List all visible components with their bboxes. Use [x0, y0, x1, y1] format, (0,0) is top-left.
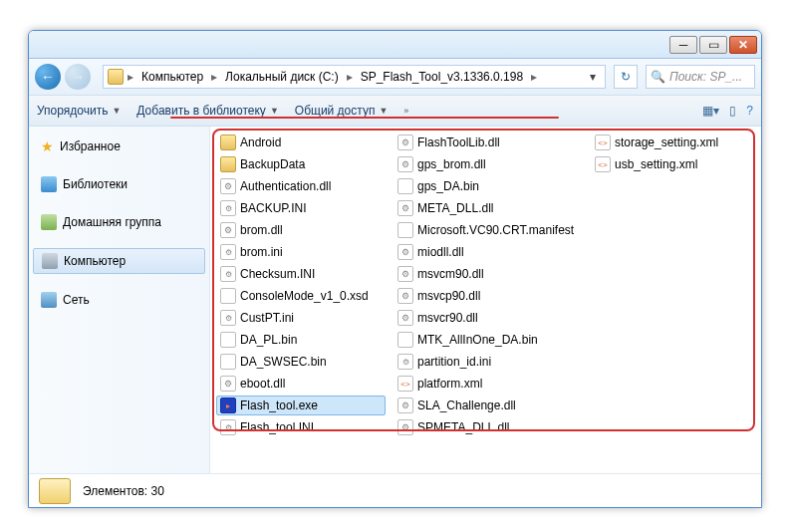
file-item[interactable]: Android — [216, 133, 386, 152]
file-item[interactable]: msvcr90.dll — [394, 308, 583, 328]
binic-icon — [220, 354, 236, 370]
file-item[interactable]: ConsoleMode_v1_0.xsd — [216, 286, 386, 306]
binic-icon — [220, 332, 236, 348]
file-item[interactable]: BackupData — [216, 154, 386, 174]
dll-icon — [397, 398, 413, 413]
dll-icon — [397, 310, 413, 326]
file-item[interactable]: Flash_tool.exe — [216, 396, 386, 415]
file-item[interactable]: brom.dll — [216, 220, 386, 240]
binic-icon — [397, 178, 413, 194]
file-item[interactable]: msvcp90.dll — [394, 286, 583, 306]
organize-button[interactable]: Упорядочить▼ — [37, 104, 121, 118]
dll-icon — [397, 244, 413, 260]
dll-icon — [397, 266, 413, 282]
sidebar-favorites[interactable]: ★Избранное — [33, 134, 205, 158]
breadcrumb-drive[interactable]: Локальный диск (C:) — [221, 70, 343, 84]
file-item[interactable]: msvcm90.dll — [394, 264, 583, 284]
file-name: ConsoleMode_v1_0.xsd — [240, 289, 369, 303]
library-icon — [41, 176, 57, 192]
file-item[interactable]: META_DLL.dll — [394, 198, 583, 218]
file-name: brom.dll — [240, 223, 283, 237]
sidebar-network[interactable]: Сеть — [33, 288, 205, 312]
sidebar-homegroup[interactable]: Домашняя группа — [33, 210, 205, 234]
file-name: DA_PL.bin — [240, 333, 297, 347]
breadcrumb-computer[interactable]: Компьютер — [137, 70, 207, 84]
share-button[interactable]: Общий доступ▼ — [295, 104, 389, 118]
file-name: CustPT.ini — [240, 311, 294, 325]
file-name: Checksum.INI — [240, 267, 315, 281]
file-item[interactable]: MTK_AllInOne_DA.bin — [394, 330, 583, 350]
refresh-button[interactable]: ↻ — [614, 65, 638, 89]
file-item[interactable]: gps_DA.bin — [394, 176, 583, 196]
file-name: BACKUP.INI — [240, 201, 306, 215]
forward-button[interactable]: → — [65, 64, 91, 90]
file-item[interactable]: Checksum.INI — [216, 264, 386, 284]
file-name: Flash_tool.INI — [240, 420, 314, 434]
back-button[interactable]: ← — [35, 64, 61, 90]
sidebar-libraries[interactable]: Библиотеки — [33, 172, 205, 196]
iniic-icon — [220, 200, 236, 216]
file-name: partition_id.ini — [417, 355, 491, 369]
sidebar-computer[interactable]: Компьютер — [33, 248, 205, 274]
add-library-button[interactable]: Добавить в библиотеку▼ — [136, 104, 278, 118]
main-area: ★Избранное Библиотеки Домашняя группа Ко… — [29, 127, 761, 473]
chevron-right-icon[interactable]: ▸ — [345, 70, 355, 84]
folder-icon — [220, 156, 236, 172]
file-pane[interactable]: AndroidBackupDataAuthentication.dllBACKU… — [210, 127, 761, 473]
maximize-button[interactable]: ▭ — [699, 36, 727, 54]
binic-icon — [397, 332, 413, 348]
file-name: Authentication.dll — [240, 179, 331, 193]
file-item[interactable]: eboot.dll — [216, 374, 386, 394]
view-button[interactable]: ▦▾ — [702, 104, 719, 118]
file-item[interactable]: Flash_tool.INI — [216, 417, 386, 437]
iniic-icon — [220, 244, 236, 260]
file-item[interactable]: SPMETA_DLL.dll — [394, 417, 583, 437]
minimize-button[interactable]: ─ — [669, 36, 697, 54]
dll-icon — [397, 419, 413, 435]
file-item[interactable]: Microsoft.VC90.CRT.manifest — [394, 220, 583, 240]
file-name: eboot.dll — [240, 377, 285, 391]
file-item[interactable]: brom.ini — [216, 242, 386, 262]
file-name: FlashToolLib.dll — [417, 135, 500, 149]
navbar: ← → ▸ Компьютер ▸ Локальный диск (C:) ▸ … — [29, 59, 761, 95]
toolbar-chevron[interactable]: » — [403, 106, 408, 116]
search-icon: 🔍 — [651, 70, 665, 84]
xsdic-icon — [220, 288, 236, 304]
chevron-right-icon[interactable]: ▸ — [209, 70, 219, 84]
file-item[interactable]: FlashToolLib.dll — [394, 133, 583, 152]
close-button[interactable]: ✕ — [729, 36, 757, 54]
file-name: gps_DA.bin — [417, 179, 479, 193]
dll-icon — [220, 178, 236, 194]
file-column: FlashToolLib.dllgps_brom.dllgps_DA.binME… — [394, 133, 583, 437]
search-input[interactable]: 🔍 Поиск: SP_... — [646, 65, 755, 89]
file-item[interactable]: partition_id.ini — [394, 352, 583, 372]
file-item[interactable]: gps_brom.dll — [394, 154, 583, 174]
file-item[interactable]: platform.xml — [394, 374, 583, 394]
file-name: brom.ini — [240, 245, 283, 259]
file-item[interactable]: DA_PL.bin — [216, 330, 386, 350]
chevron-right-icon[interactable]: ▸ — [529, 70, 539, 84]
homegroup-icon — [41, 214, 57, 230]
chevron-down-icon: ▼ — [270, 106, 279, 116]
file-item[interactable]: usb_setting.xml — [591, 154, 750, 174]
file-name: DA_SWSEC.bin — [240, 355, 327, 369]
dll-icon — [397, 288, 413, 304]
help-button[interactable]: ? — [746, 104, 753, 118]
file-name: META_DLL.dll — [417, 201, 493, 215]
iniic-icon — [220, 310, 236, 326]
breadcrumb-folder[interactable]: SP_Flash_Tool_v3.1336.0.198 — [357, 70, 527, 84]
file-item[interactable]: miodll.dll — [394, 242, 583, 262]
file-item[interactable]: BACKUP.INI — [216, 198, 386, 218]
file-item[interactable]: storage_setting.xml — [591, 133, 750, 152]
file-item[interactable]: DA_SWSEC.bin — [216, 352, 386, 372]
file-item[interactable]: SLA_Challenge.dll — [394, 396, 583, 415]
breadcrumb-dropdown[interactable]: ▾ — [585, 70, 601, 84]
file-item[interactable]: CustPT.ini — [216, 308, 386, 328]
file-item[interactable]: Authentication.dll — [216, 176, 386, 196]
preview-pane-button[interactable]: ▯ — [729, 104, 736, 118]
folder-icon — [39, 478, 71, 504]
breadcrumb[interactable]: ▸ Компьютер ▸ Локальный диск (C:) ▸ SP_F… — [103, 65, 606, 89]
dll-icon — [220, 376, 236, 392]
chevron-right-icon[interactable]: ▸ — [126, 70, 135, 84]
file-column: AndroidBackupDataAuthentication.dllBACKU… — [216, 133, 386, 437]
